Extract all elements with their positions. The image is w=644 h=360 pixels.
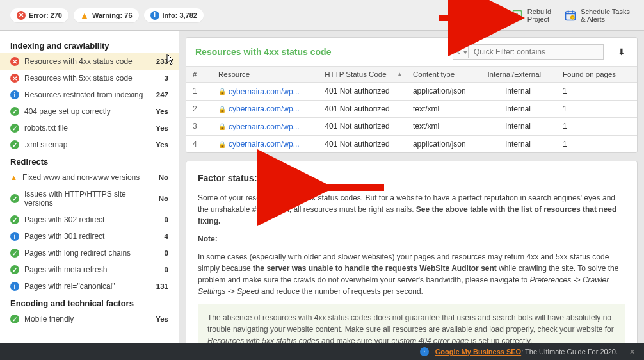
sidebar-item-canonical[interactable]: i Pages with rel="canonical" 131 xyxy=(0,278,179,295)
warning-icon xyxy=(10,173,17,182)
error-icon: ✕ xyxy=(10,57,19,66)
section-title-redirects: Redirects xyxy=(0,153,179,169)
cell-resource: 🔒cybernaira.com/wp... xyxy=(212,100,318,118)
info-count-label: Info: 3,782 xyxy=(163,12,197,19)
resource-link[interactable]: 🔒cybernaira.com/wp... xyxy=(218,122,300,131)
col-intext[interactable]: Internal/External xyxy=(481,67,556,83)
lock-icon: 🔒 xyxy=(218,106,226,113)
info-icon: i xyxy=(10,232,19,241)
ok-icon: ✓ xyxy=(10,215,19,224)
section-title-encoding: Encoding and technical factors xyxy=(0,295,179,311)
cell-http: 401 Not authorized xyxy=(318,118,407,136)
ok-icon: ✓ xyxy=(10,249,19,258)
col-content[interactable]: Content type xyxy=(407,67,481,83)
section-title-indexing: Indexing and crawlability xyxy=(0,37,179,53)
sidebar-section-indexing: Indexing and crawlability ✕ Resources wi… xyxy=(0,37,179,153)
warning-count-pill[interactable]: ▲ Warning: 76 xyxy=(74,8,139,22)
sidebar-item-5xx[interactable]: ✕ Resources with 5xx status code 3 xyxy=(0,70,179,86)
factor-status-panel: Factor status: Error ⟳ Some of your reso… xyxy=(186,161,638,343)
sidebar-item-www[interactable]: Fixed www and non-www versions No xyxy=(0,169,179,186)
quick-filter[interactable]: 🔍︎ ▾ xyxy=(453,44,604,60)
cell-found: 1 xyxy=(556,83,637,101)
ok-icon: ✓ xyxy=(10,265,19,274)
close-icon[interactable]: ✕ xyxy=(629,348,635,356)
ok-icon: ✓ xyxy=(10,194,19,203)
rebuild-icon xyxy=(511,9,524,22)
sidebar-item-301[interactable]: i Pages with 301 redirect 4 xyxy=(0,228,179,245)
col-num[interactable]: # xyxy=(186,67,212,83)
download-icon[interactable]: ⬇ xyxy=(615,47,628,57)
svg-point-2 xyxy=(571,15,574,19)
refresh-icon[interactable]: ⟳ xyxy=(304,172,312,185)
cell-content: text/xml xyxy=(407,118,481,136)
footer-link[interactable]: Google My Business SEO xyxy=(435,348,521,356)
cell-intext: Internal xyxy=(481,100,556,118)
info-icon: i xyxy=(420,347,429,356)
cell-resource: 🔒cybernaira.com/wp... xyxy=(212,135,318,152)
cell-found: 1 xyxy=(556,118,637,136)
resource-link[interactable]: 🔒cybernaira.com/wp... xyxy=(218,104,300,113)
rebuild-label: Rebuild Project xyxy=(527,8,551,23)
sidebar-item-4xx[interactable]: ✕ Resources with 4xx status code 233 xyxy=(0,53,179,70)
ok-icon: ✓ xyxy=(10,315,19,323)
col-http[interactable]: HTTP Status Code xyxy=(318,67,407,83)
ok-icon: ✓ xyxy=(10,107,19,116)
sidebar-item-restricted[interactable]: i Resources restricted from indexing 247 xyxy=(0,86,179,103)
info-icon: i xyxy=(10,282,19,291)
note-heading: Note: xyxy=(198,234,218,243)
note-body: In some cases (especially with older and… xyxy=(198,251,625,297)
cell-num: 2 xyxy=(186,100,212,118)
footer-text: Google My Business SEO: The Ultimate Gui… xyxy=(435,348,618,356)
sidebar[interactable]: Indexing and crawlability ✕ Resources wi… xyxy=(0,31,179,343)
error-icon: ✕ xyxy=(17,11,26,20)
warning-count-label: Warning: 76 xyxy=(92,12,133,19)
sidebar-item-robots[interactable]: ✓ robots.txt file Yes xyxy=(0,120,179,136)
info-icon: i xyxy=(10,90,19,99)
ok-icon: ✓ xyxy=(10,124,19,133)
warning-icon: ▲ xyxy=(80,11,89,20)
sidebar-item-302[interactable]: ✓ Pages with 302 redirect 0 xyxy=(0,211,179,228)
cell-content: text/xml xyxy=(407,100,481,118)
resources-table: # Resource HTTP Status Code Content type… xyxy=(186,66,637,152)
filter-input[interactable] xyxy=(469,45,603,59)
table-row[interactable]: 3🔒cybernaira.com/wp...401 Not authorized… xyxy=(186,118,637,136)
ok-icon: ✓ xyxy=(10,140,19,149)
info-icon: i xyxy=(150,11,159,20)
cell-intext: Internal xyxy=(481,135,556,152)
sidebar-item-https[interactable]: ✓ Issues with HTTP/HTTPS site versions N… xyxy=(0,186,179,211)
top-toolbar: ✕ Error: 270 ▲ Warning: 76 i Info: 3,782… xyxy=(0,0,644,31)
sidebar-item-404[interactable]: ✓ 404 page set up correctly Yes xyxy=(0,103,179,120)
sidebar-item-sitemap[interactable]: ✓ .xml sitemap Yes xyxy=(0,136,179,153)
factor-status-label: Factor status: xyxy=(198,172,257,185)
error-icon: ✕ xyxy=(10,74,19,83)
cell-http: 401 Not authorized xyxy=(318,83,407,101)
sidebar-item-long-chains[interactable]: ✓ Pages with long redirect chains 0 xyxy=(0,245,179,261)
schedule-tasks-button[interactable]: Schedule Tasks & Alerts xyxy=(560,5,634,26)
resource-link[interactable]: 🔒cybernaira.com/wp... xyxy=(218,87,300,96)
panel-title: Resources with 4xx status code xyxy=(195,47,331,57)
error-count-pill[interactable]: ✕ Error: 270 xyxy=(10,8,68,22)
status-badge: Error xyxy=(264,170,298,186)
info-count-pill[interactable]: i Info: 3,782 xyxy=(144,8,204,22)
sidebar-item-meta-refresh[interactable]: ✓ Pages with meta refresh 0 xyxy=(0,261,179,278)
cell-num: 1 xyxy=(186,83,212,101)
cell-intext: Internal xyxy=(481,118,556,136)
cell-content: application/json xyxy=(407,135,481,152)
col-resource[interactable]: Resource xyxy=(212,67,318,83)
resource-link[interactable]: 🔒cybernaira.com/wp... xyxy=(218,140,300,149)
table-row[interactable]: 1🔒cybernaira.com/wp...401 Not authorized… xyxy=(186,83,637,101)
lock-icon: 🔒 xyxy=(218,141,226,148)
search-icon[interactable]: 🔍︎ ▾ xyxy=(453,46,469,58)
cell-http: 401 Not authorized xyxy=(318,100,407,118)
cell-found: 1 xyxy=(556,100,637,118)
cell-intext: Internal xyxy=(481,83,556,101)
col-found[interactable]: Found on pages xyxy=(556,67,637,83)
lock-icon: 🔒 xyxy=(218,88,226,95)
sidebar-item-mobile[interactable]: ✓ Mobile friendly Yes xyxy=(0,311,179,327)
table-row[interactable]: 2🔒cybernaira.com/wp...401 Not authorized… xyxy=(186,100,637,118)
cell-http: 401 Not authorized xyxy=(318,135,407,152)
cell-num: 4 xyxy=(186,135,212,152)
table-row[interactable]: 4🔒cybernaira.com/wp...401 Not authorized… xyxy=(186,135,637,152)
rebuild-project-button[interactable]: Rebuild Project xyxy=(507,5,555,26)
green-notebox: The absence of resources with 4xx status… xyxy=(198,304,625,343)
